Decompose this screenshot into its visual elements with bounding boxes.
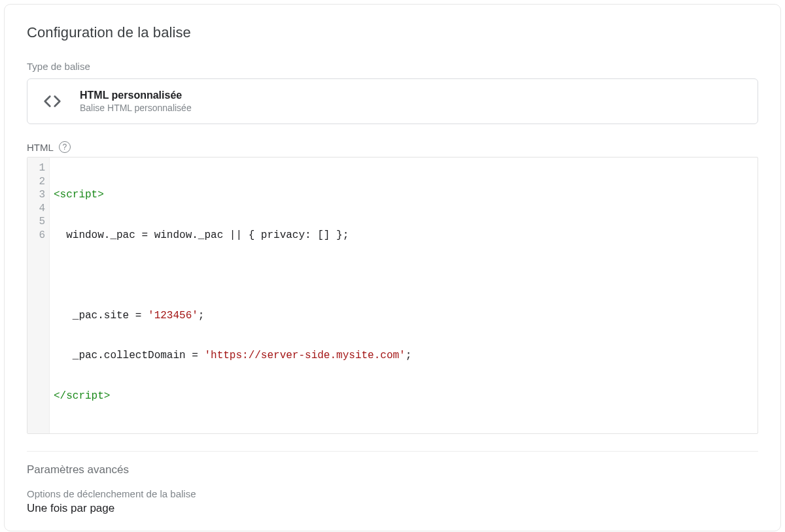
line-number: 1: [34, 161, 45, 175]
code-token-plain: ;: [198, 310, 205, 322]
code-token-string: '123456': [148, 310, 198, 322]
help-icon[interactable]: ?: [59, 141, 71, 153]
trigger-option-label: Options de déclenchement de la balise: [27, 488, 758, 499]
tag-type-label: Type de balise: [27, 61, 758, 72]
line-number: 3: [34, 188, 45, 202]
tag-type-text: HTML personnalisée Balise HTML personnal…: [80, 90, 192, 113]
code-area[interactable]: <script> window._pac = window._pac || { …: [50, 158, 758, 433]
html-field-label: HTML: [27, 142, 54, 153]
code-token-plain: ;: [406, 350, 412, 361]
code-token-plain: window._pac = window._pac || { privacy: …: [54, 229, 349, 241]
line-number: 5: [34, 215, 45, 229]
code-token-plain: _pac.site =: [54, 310, 148, 322]
tag-type-name: HTML personnalisée: [80, 90, 192, 101]
code-token-string: 'https://server-side.mysite.com': [204, 350, 405, 361]
advanced-settings-title[interactable]: Paramètres avancés: [27, 463, 758, 476]
line-number: 4: [34, 202, 45, 216]
section-title: Configuration de la balise: [27, 24, 758, 41]
trigger-option-value[interactable]: Une fois par page: [27, 502, 758, 515]
code-token-tag: <script>: [54, 189, 104, 201]
tag-configuration-card: Configuration de la balise Type de balis…: [4, 4, 781, 531]
code-icon: [41, 90, 64, 113]
divider: [27, 451, 758, 452]
tag-type-description: Balise HTML personnalisée: [80, 103, 192, 113]
line-number: 6: [34, 229, 45, 242]
code-token-tag: </script>: [54, 390, 110, 402]
code-gutter: 1 2 3 4 5 6: [27, 158, 50, 433]
code-token-plain: _pac.collectDomain =: [54, 350, 204, 361]
html-field-header: HTML ?: [27, 141, 758, 153]
html-code-editor[interactable]: 1 2 3 4 5 6 <script> window._pac = windo…: [27, 157, 758, 434]
line-number: 2: [34, 175, 45, 189]
tag-type-selector[interactable]: HTML personnalisée Balise HTML personnal…: [27, 78, 758, 124]
